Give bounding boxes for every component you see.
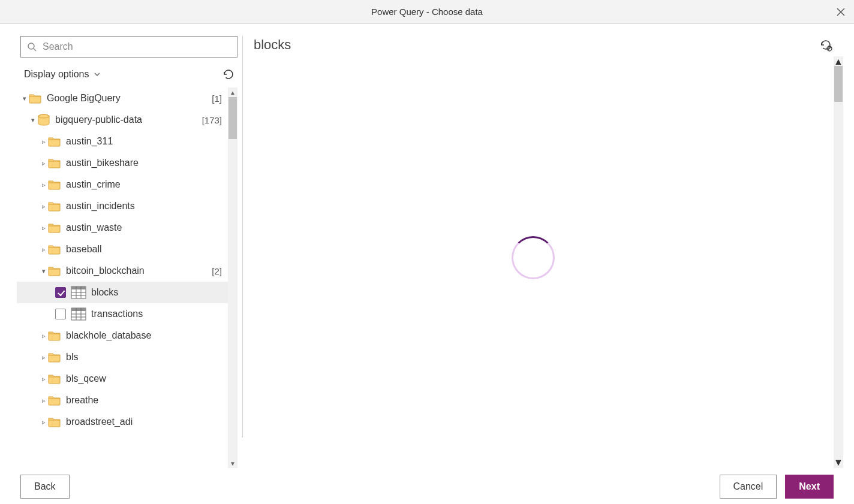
- next-button[interactable]: Next: [785, 475, 834, 499]
- tree-node-label: bls: [66, 352, 78, 363]
- folder-icon: [48, 330, 61, 341]
- folder-icon: [48, 201, 61, 212]
- caret-right-icon: ▹: [40, 332, 48, 340]
- database-icon: [37, 114, 50, 126]
- table-checkbox[interactable]: [55, 287, 66, 298]
- tree-node-label: baseball: [66, 244, 102, 255]
- refresh-icon: [222, 68, 234, 80]
- tree-node-label: austin_waste: [66, 222, 122, 233]
- close-icon: [837, 8, 845, 16]
- tree-node-label: Google BigQuery: [47, 93, 121, 104]
- tree-node-label: bigquery-public-data: [55, 114, 142, 125]
- tree-node-label: bitcoin_blockchain: [66, 265, 145, 276]
- folder-icon: [48, 179, 61, 190]
- caret-right-icon: ▹: [40, 181, 48, 189]
- tree-node-database[interactable]: ▾ bigquery-public-data [173]: [17, 109, 228, 131]
- loading-spinner: [512, 236, 555, 279]
- table-icon: [71, 286, 86, 299]
- tree-node-dataset[interactable]: ▹ austin_waste: [17, 217, 228, 239]
- preview-panel: blocks ▲ ▼: [254, 36, 843, 468]
- folder-icon: [48, 158, 61, 168]
- tree-node-label: austin_bikeshare: [66, 158, 139, 168]
- tree-node-label: broadstreet_adi: [66, 417, 133, 427]
- tree-node-dataset[interactable]: ▹ broadstreet_adi: [17, 411, 228, 433]
- display-options-button[interactable]: Display options: [24, 69, 101, 80]
- tree-node-dataset[interactable]: ▹ bls_qcew: [17, 368, 228, 390]
- dialog-footer: Back Cancel Next: [0, 468, 854, 504]
- refresh-cancel-icon: [819, 38, 832, 52]
- tree-node-label: blackhole_database: [66, 330, 151, 341]
- folder-icon: [48, 136, 61, 147]
- folder-icon: [48, 244, 61, 255]
- folder-icon: [48, 417, 61, 427]
- back-button[interactable]: Back: [20, 475, 70, 499]
- tree-node-label: blocks: [91, 287, 118, 298]
- data-source-tree: ▾ Google BigQuery [1] ▾ bigquery-public-…: [17, 87, 228, 468]
- folder-icon: [48, 373, 61, 384]
- caret-right-icon: ▹: [40, 397, 48, 405]
- tree-node-table[interactable]: blocks: [17, 282, 228, 303]
- titlebar: Power Query - Choose data: [0, 0, 854, 24]
- tree-node-root[interactable]: ▾ Google BigQuery [1]: [17, 87, 228, 109]
- cancel-button[interactable]: Cancel: [720, 475, 777, 499]
- caret-right-icon: ▹: [40, 246, 48, 253]
- search-icon: [27, 42, 37, 52]
- caret-right-icon: ▹: [40, 224, 48, 232]
- scrollbar-thumb[interactable]: [228, 97, 237, 139]
- chevron-down-icon: [93, 70, 101, 79]
- scrollbar-thumb[interactable]: [834, 66, 843, 102]
- tree-node-label: transactions: [91, 309, 143, 319]
- navigator-panel: Display options ▾ Google BigQuery [1] ▾: [20, 36, 237, 468]
- tree-node-count: [173]: [202, 115, 224, 125]
- caret-down-icon: ▾: [20, 95, 29, 102]
- svg-point-10: [28, 43, 34, 49]
- tree-node-dataset-expanded[interactable]: ▾ bitcoin_blockchain [2]: [17, 260, 228, 282]
- tree-node-dataset[interactable]: ▹ bls: [17, 346, 228, 368]
- caret-right-icon: ▹: [40, 138, 48, 146]
- folder-icon: [48, 395, 61, 406]
- preview-title: blocks: [254, 37, 291, 53]
- tree-node-label: austin_crime: [66, 179, 121, 190]
- tree-node-label: austin_311: [66, 136, 113, 147]
- table-icon: [71, 307, 86, 321]
- folder-icon: [48, 222, 61, 233]
- scroll-down-icon: ▼: [228, 458, 237, 468]
- tree-node-count: [1]: [212, 93, 224, 104]
- table-checkbox[interactable]: [55, 309, 66, 319]
- tree-node-table[interactable]: transactions: [17, 303, 228, 325]
- display-options-label: Display options: [24, 69, 89, 80]
- tree-node-dataset[interactable]: ▹ austin_incidents: [17, 195, 228, 217]
- tree-node-label: bls_qcew: [66, 373, 106, 384]
- caret-right-icon: ▹: [40, 203, 48, 210]
- tree-node-dataset[interactable]: ▹ austin_bikeshare: [17, 152, 228, 174]
- tree-node-count: [2]: [212, 266, 224, 276]
- close-button[interactable]: [834, 5, 848, 19]
- scroll-up-icon: ▲: [228, 87, 237, 97]
- refresh-tree-button[interactable]: [221, 67, 236, 82]
- tree-node-dataset[interactable]: ▹ baseball: [17, 239, 228, 260]
- tree-node-dataset[interactable]: ▹ austin_crime: [17, 174, 228, 195]
- tree-node-dataset[interactable]: ▹ breathe: [17, 390, 228, 411]
- tree-node-label: austin_incidents: [66, 201, 135, 212]
- folder-icon: [48, 352, 61, 363]
- caret-right-icon: ▹: [40, 159, 48, 167]
- folder-icon: [29, 93, 42, 104]
- search-box[interactable]: [20, 36, 237, 58]
- window-title: Power Query - Choose data: [371, 7, 483, 17]
- caret-right-icon: ▹: [40, 375, 48, 383]
- tree-scrollbar[interactable]: ▲ ▼: [228, 87, 237, 468]
- preview-scrollbar[interactable]: ▲ ▼: [834, 56, 843, 468]
- caret-down-icon: ▾: [29, 116, 37, 124]
- tree-node-label: breathe: [66, 395, 98, 406]
- caret-right-icon: ▹: [40, 354, 48, 361]
- tree-node-dataset[interactable]: ▹ blackhole_database: [17, 325, 228, 346]
- panel-divider: [242, 36, 243, 437]
- refresh-preview-button[interactable]: [818, 37, 834, 53]
- tree-node-dataset[interactable]: ▹ austin_311: [17, 131, 228, 152]
- scroll-down-icon: ▼: [834, 457, 843, 468]
- folder-icon: [48, 265, 61, 276]
- caret-right-icon: ▹: [40, 418, 48, 426]
- caret-down-icon: ▾: [40, 267, 48, 275]
- search-input[interactable]: [41, 41, 231, 53]
- svg-line-11: [34, 49, 36, 51]
